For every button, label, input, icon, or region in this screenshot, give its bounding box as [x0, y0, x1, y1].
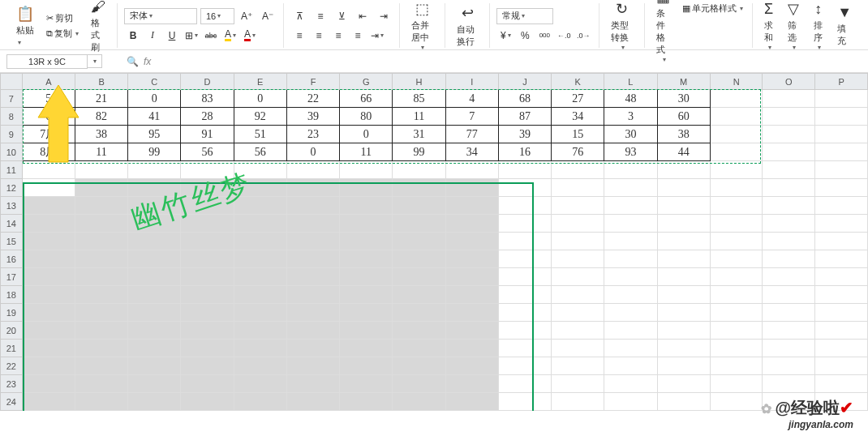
- col-head-K[interactable]: K: [552, 74, 604, 90]
- cell-L20[interactable]: [604, 322, 657, 340]
- indent-dec-button[interactable]: ⇤: [354, 8, 372, 24]
- cell-M9[interactable]: 38: [657, 126, 710, 143]
- cell-O20[interactable]: [763, 322, 815, 340]
- col-head-C[interactable]: C: [128, 74, 181, 90]
- cell-B12[interactable]: [75, 179, 127, 197]
- cell-C20[interactable]: [128, 322, 181, 340]
- cell-J8[interactable]: 87: [498, 108, 551, 126]
- cell-M18[interactable]: [657, 286, 710, 304]
- cell-J12[interactable]: [498, 179, 551, 197]
- cell-D10[interactable]: 56: [181, 143, 234, 161]
- cell-L16[interactable]: [604, 250, 657, 268]
- cell-I13[interactable]: [445, 197, 498, 215]
- cell-H18[interactable]: [393, 286, 445, 304]
- col-head-D[interactable]: D: [181, 74, 234, 90]
- cell-B20[interactable]: [75, 322, 127, 340]
- cell-I22[interactable]: [445, 357, 498, 375]
- cell-F17[interactable]: [286, 268, 339, 286]
- cell-L14[interactable]: [604, 215, 657, 233]
- cell-D21[interactable]: [181, 340, 234, 357]
- cell-J17[interactable]: [498, 268, 551, 286]
- cell-H13[interactable]: [393, 197, 445, 215]
- cell-J14[interactable]: [498, 215, 551, 233]
- row-head-18[interactable]: 18: [1, 286, 23, 304]
- cell-N12[interactable]: [710, 179, 763, 197]
- cell-P21[interactable]: [815, 340, 868, 357]
- font-size-select[interactable]: 16: [200, 8, 234, 24]
- cell-J21[interactable]: [498, 340, 551, 357]
- cell-M13[interactable]: [657, 197, 710, 215]
- col-head-E[interactable]: E: [234, 74, 286, 90]
- cell-D15[interactable]: [181, 233, 234, 250]
- strikethrough-button[interactable]: abc: [202, 28, 220, 44]
- cell-J24[interactable]: [498, 393, 551, 411]
- cell-P8[interactable]: [815, 108, 868, 126]
- cell-L19[interactable]: [604, 304, 657, 322]
- orientation-button[interactable]: ⇥: [368, 28, 386, 44]
- cell-B14[interactable]: [75, 215, 127, 233]
- cell-A21[interactable]: [22, 340, 75, 357]
- cell-C7[interactable]: 0: [128, 90, 181, 108]
- cell-M8[interactable]: 60: [657, 108, 710, 126]
- cell-O22[interactable]: [763, 357, 815, 375]
- cell-N8[interactable]: [710, 108, 763, 126]
- cell-J15[interactable]: [498, 233, 551, 250]
- cell-O24[interactable]: [763, 393, 815, 411]
- cell-C11[interactable]: [128, 161, 181, 179]
- cell-O19[interactable]: [763, 304, 815, 322]
- cell-G24[interactable]: [340, 393, 393, 411]
- cell-D20[interactable]: [181, 322, 234, 340]
- cell-C12[interactable]: [128, 179, 181, 197]
- cell-C18[interactable]: [128, 286, 181, 304]
- cell-A19[interactable]: [22, 304, 75, 322]
- cell-F21[interactable]: [286, 340, 339, 357]
- cell-F9[interactable]: 23: [286, 126, 339, 143]
- cell-L15[interactable]: [604, 233, 657, 250]
- cell-M11[interactable]: [657, 161, 710, 179]
- cell-M14[interactable]: [657, 215, 710, 233]
- cell-O9[interactable]: [763, 126, 815, 143]
- cell-E21[interactable]: [234, 340, 286, 357]
- cell-K12[interactable]: [552, 179, 604, 197]
- filter-button[interactable]: ▽筛选: [783, 0, 804, 53]
- cell-K9[interactable]: 15: [552, 126, 604, 143]
- cell-L13[interactable]: [604, 197, 657, 215]
- cell-O7[interactable]: [763, 90, 815, 108]
- cell-B8[interactable]: 82: [75, 108, 127, 126]
- cell-L18[interactable]: [604, 286, 657, 304]
- cell-E24[interactable]: [234, 393, 286, 411]
- col-head-L[interactable]: L: [604, 74, 657, 90]
- cell-K17[interactable]: [552, 268, 604, 286]
- cell-H7[interactable]: 85: [393, 90, 445, 108]
- cell-L21[interactable]: [604, 340, 657, 357]
- cell-A9[interactable]: 7店: [22, 126, 75, 143]
- cell-E10[interactable]: 56: [234, 143, 286, 161]
- cell-L11[interactable]: [604, 161, 657, 179]
- cell-E11[interactable]: [234, 161, 286, 179]
- cell-style-button[interactable]: ▦单元格样式: [680, 2, 746, 15]
- cell-E12[interactable]: [234, 179, 286, 197]
- cell-H9[interactable]: 31: [393, 126, 445, 143]
- cell-F18[interactable]: [286, 286, 339, 304]
- cell-K10[interactable]: 76: [552, 143, 604, 161]
- align-top-button[interactable]: ⊼: [290, 8, 308, 24]
- cell-A23[interactable]: [22, 375, 75, 393]
- cell-J18[interactable]: [498, 286, 551, 304]
- cell-G18[interactable]: [340, 286, 393, 304]
- cell-F22[interactable]: [286, 357, 339, 375]
- cell-D7[interactable]: 83: [181, 90, 234, 108]
- currency-button[interactable]: ¥: [496, 28, 514, 44]
- cell-I19[interactable]: [445, 304, 498, 322]
- cell-G10[interactable]: 11: [340, 143, 393, 161]
- cell-N14[interactable]: [710, 215, 763, 233]
- cell-J19[interactable]: [498, 304, 551, 322]
- cell-G20[interactable]: [340, 322, 393, 340]
- cell-J7[interactable]: 68: [498, 90, 551, 108]
- conditional-format-button[interactable]: ▦ 条件格式: [651, 0, 675, 65]
- indent-inc-button[interactable]: ⇥: [375, 8, 393, 24]
- cell-C16[interactable]: [128, 250, 181, 268]
- align-right-button[interactable]: ≡: [329, 28, 347, 44]
- col-head-I[interactable]: I: [445, 74, 498, 90]
- row-head-17[interactable]: 17: [1, 268, 23, 286]
- cell-I11[interactable]: [445, 161, 498, 179]
